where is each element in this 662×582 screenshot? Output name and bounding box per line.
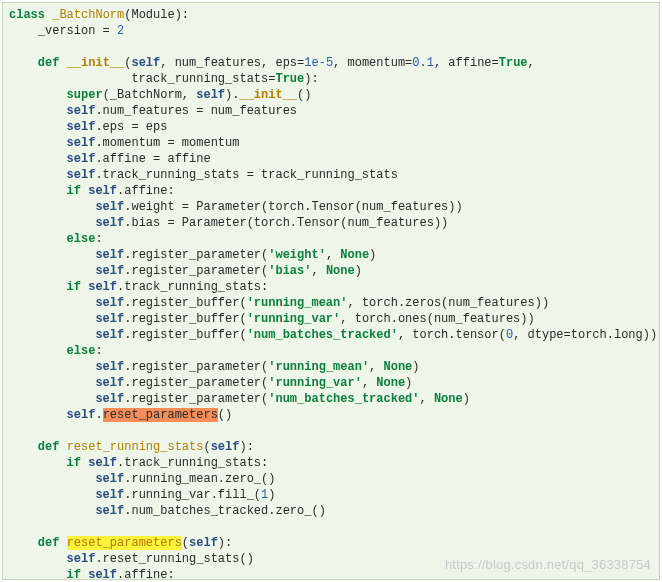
code-text: class _BatchNorm(Module): _version = 2 d… xyxy=(9,8,657,580)
highlight-reset-parameters-call: reset_parameters xyxy=(103,408,218,422)
highlight-reset-parameters-def: reset_parameters xyxy=(67,536,182,550)
watermark: https://blog.csdn.net/qq_36338754 xyxy=(445,557,651,573)
code-block: class _BatchNorm(Module): _version = 2 d… xyxy=(2,2,660,580)
